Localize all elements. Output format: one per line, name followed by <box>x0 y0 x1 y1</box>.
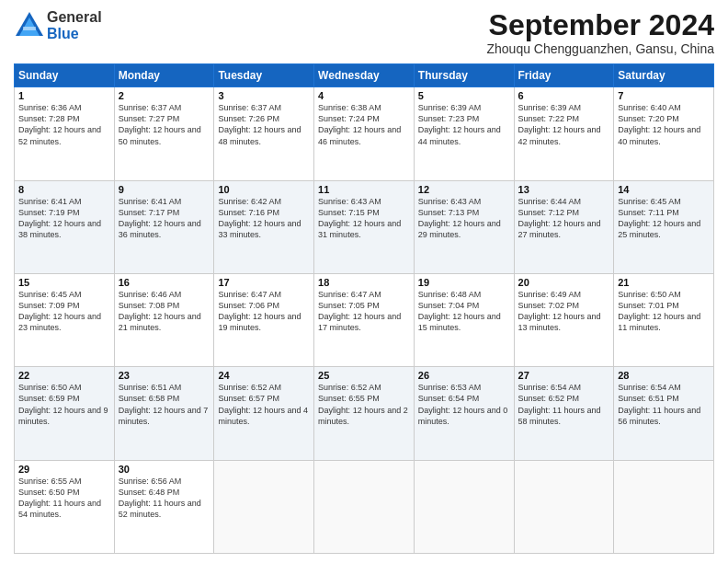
day-info: Sunrise: 6:54 AMSunset: 6:51 PMDaylight:… <box>618 382 710 427</box>
header-friday: Friday <box>514 64 614 87</box>
header-monday: Monday <box>114 64 214 87</box>
svg-rect-2 <box>23 27 36 30</box>
day-number: 28 <box>618 370 710 381</box>
month-title: September 2024 <box>486 9 714 41</box>
calendar-cell: 16Sunrise: 6:46 AMSunset: 7:08 PMDayligh… <box>114 273 214 366</box>
calendar-cell: 4Sunrise: 6:38 AMSunset: 7:24 PMDaylight… <box>314 87 415 180</box>
day-number: 10 <box>218 184 310 195</box>
day-number: 5 <box>418 90 510 101</box>
calendar-cell: 20Sunrise: 6:49 AMSunset: 7:02 PMDayligh… <box>514 273 614 366</box>
day-info: Sunrise: 6:39 AMSunset: 7:23 PMDaylight:… <box>418 102 510 147</box>
day-info: Sunrise: 6:47 AMSunset: 7:05 PMDaylight:… <box>318 289 410 334</box>
day-number: 30 <box>119 464 210 475</box>
calendar-cell: 14Sunrise: 6:45 AMSunset: 7:11 PMDayligh… <box>614 180 714 273</box>
day-info: Sunrise: 6:43 AMSunset: 7:15 PMDaylight:… <box>318 196 410 241</box>
calendar-week-row: 29Sunrise: 6:55 AMSunset: 6:50 PMDayligh… <box>15 460 714 553</box>
calendar-cell: 28Sunrise: 6:54 AMSunset: 6:51 PMDayligh… <box>614 367 714 460</box>
day-number: 23 <box>119 370 210 381</box>
day-info: Sunrise: 6:45 AMSunset: 7:11 PMDaylight:… <box>618 196 710 241</box>
day-info: Sunrise: 6:37 AMSunset: 7:26 PMDaylight:… <box>218 102 310 147</box>
header-sunday: Sunday <box>15 64 115 87</box>
logo: General Blue <box>14 9 102 41</box>
calendar-header-row: Sunday Monday Tuesday Wednesday Thursday… <box>15 64 714 87</box>
location: Zhouqu Chengguanzhen, Gansu, China <box>486 41 714 56</box>
header-saturday: Saturday <box>614 64 714 87</box>
day-number: 17 <box>218 277 310 288</box>
page: General Blue September 2024 Zhouqu Cheng… <box>0 0 728 563</box>
calendar-cell: 30Sunrise: 6:56 AMSunset: 6:48 PMDayligh… <box>114 460 214 553</box>
day-number: 24 <box>218 370 310 381</box>
day-info: Sunrise: 6:52 AMSunset: 6:57 PMDaylight:… <box>218 382 310 427</box>
calendar-cell: 12Sunrise: 6:43 AMSunset: 7:13 PMDayligh… <box>414 180 514 273</box>
day-info: Sunrise: 6:49 AMSunset: 7:02 PMDaylight:… <box>518 289 610 334</box>
calendar-cell: 26Sunrise: 6:53 AMSunset: 6:54 PMDayligh… <box>414 367 514 460</box>
calendar-cell: 27Sunrise: 6:54 AMSunset: 6:52 PMDayligh… <box>514 367 614 460</box>
calendar-cell: 5Sunrise: 6:39 AMSunset: 7:23 PMDaylight… <box>414 87 514 180</box>
day-number: 19 <box>418 277 510 288</box>
calendar-cell <box>214 460 314 553</box>
calendar-cell: 11Sunrise: 6:43 AMSunset: 7:15 PMDayligh… <box>314 180 415 273</box>
day-info: Sunrise: 6:51 AMSunset: 6:58 PMDaylight:… <box>119 382 210 427</box>
calendar-cell: 23Sunrise: 6:51 AMSunset: 6:58 PMDayligh… <box>114 367 214 460</box>
logo-blue: Blue <box>47 26 102 42</box>
logo-general: General <box>47 9 102 26</box>
header: General Blue September 2024 Zhouqu Cheng… <box>14 9 714 56</box>
calendar-cell: 9Sunrise: 6:41 AMSunset: 7:17 PMDaylight… <box>114 180 214 273</box>
calendar-cell: 15Sunrise: 6:45 AMSunset: 7:09 PMDayligh… <box>15 273 115 366</box>
day-info: Sunrise: 6:37 AMSunset: 7:27 PMDaylight:… <box>119 102 210 147</box>
calendar-week-row: 22Sunrise: 6:50 AMSunset: 6:59 PMDayligh… <box>15 367 714 460</box>
day-info: Sunrise: 6:56 AMSunset: 6:48 PMDaylight:… <box>119 476 210 521</box>
day-number: 25 <box>318 370 410 381</box>
calendar-cell: 10Sunrise: 6:42 AMSunset: 7:16 PMDayligh… <box>214 180 314 273</box>
day-info: Sunrise: 6:46 AMSunset: 7:08 PMDaylight:… <box>119 289 210 334</box>
day-info: Sunrise: 6:38 AMSunset: 7:24 PMDaylight:… <box>318 102 410 147</box>
day-number: 14 <box>618 184 710 195</box>
calendar-cell: 22Sunrise: 6:50 AMSunset: 6:59 PMDayligh… <box>15 367 115 460</box>
day-number: 4 <box>318 90 410 101</box>
calendar-cell: 8Sunrise: 6:41 AMSunset: 7:19 PMDaylight… <box>15 180 115 273</box>
title-block: September 2024 Zhouqu Chengguanzhen, Gan… <box>486 9 714 56</box>
day-number: 3 <box>218 90 310 101</box>
day-info: Sunrise: 6:54 AMSunset: 6:52 PMDaylight:… <box>518 382 610 427</box>
day-number: 29 <box>18 464 110 475</box>
day-number: 12 <box>418 184 510 195</box>
header-tuesday: Tuesday <box>214 64 314 87</box>
day-info: Sunrise: 6:50 AMSunset: 6:59 PMDaylight:… <box>18 382 110 427</box>
day-info: Sunrise: 6:39 AMSunset: 7:22 PMDaylight:… <box>518 102 610 147</box>
calendar-cell: 3Sunrise: 6:37 AMSunset: 7:26 PMDaylight… <box>214 87 314 180</box>
day-info: Sunrise: 6:53 AMSunset: 6:54 PMDaylight:… <box>418 382 510 427</box>
day-number: 15 <box>18 277 110 288</box>
day-number: 16 <box>119 277 210 288</box>
day-number: 6 <box>518 90 610 101</box>
day-info: Sunrise: 6:43 AMSunset: 7:13 PMDaylight:… <box>418 196 510 241</box>
calendar-cell: 13Sunrise: 6:44 AMSunset: 7:12 PMDayligh… <box>514 180 614 273</box>
day-info: Sunrise: 6:55 AMSunset: 6:50 PMDaylight:… <box>18 476 110 521</box>
day-number: 8 <box>18 184 110 195</box>
day-info: Sunrise: 6:41 AMSunset: 7:19 PMDaylight:… <box>18 196 110 241</box>
calendar-week-row: 1Sunrise: 6:36 AMSunset: 7:28 PMDaylight… <box>15 87 714 180</box>
calendar-cell: 1Sunrise: 6:36 AMSunset: 7:28 PMDaylight… <box>15 87 115 180</box>
calendar-cell: 2Sunrise: 6:37 AMSunset: 7:27 PMDaylight… <box>114 87 214 180</box>
day-info: Sunrise: 6:41 AMSunset: 7:17 PMDaylight:… <box>119 196 210 241</box>
day-info: Sunrise: 6:48 AMSunset: 7:04 PMDaylight:… <box>418 289 510 334</box>
day-number: 20 <box>518 277 610 288</box>
calendar-cell: 19Sunrise: 6:48 AMSunset: 7:04 PMDayligh… <box>414 273 514 366</box>
day-info: Sunrise: 6:44 AMSunset: 7:12 PMDaylight:… <box>518 196 610 241</box>
calendar-cell <box>514 460 614 553</box>
calendar-cell: 24Sunrise: 6:52 AMSunset: 6:57 PMDayligh… <box>214 367 314 460</box>
day-info: Sunrise: 6:52 AMSunset: 6:55 PMDaylight:… <box>318 382 410 427</box>
calendar-cell <box>314 460 415 553</box>
day-number: 13 <box>518 184 610 195</box>
day-number: 26 <box>418 370 510 381</box>
header-thursday: Thursday <box>414 64 514 87</box>
day-number: 9 <box>119 184 210 195</box>
calendar-cell: 21Sunrise: 6:50 AMSunset: 7:01 PMDayligh… <box>614 273 714 366</box>
day-number: 2 <box>119 90 210 101</box>
day-number: 1 <box>18 90 110 101</box>
calendar-cell <box>614 460 714 553</box>
header-wednesday: Wednesday <box>314 64 415 87</box>
logo-icon <box>14 10 45 41</box>
day-number: 22 <box>18 370 110 381</box>
calendar-week-row: 8Sunrise: 6:41 AMSunset: 7:19 PMDaylight… <box>15 180 714 273</box>
calendar-cell: 7Sunrise: 6:40 AMSunset: 7:20 PMDaylight… <box>614 87 714 180</box>
